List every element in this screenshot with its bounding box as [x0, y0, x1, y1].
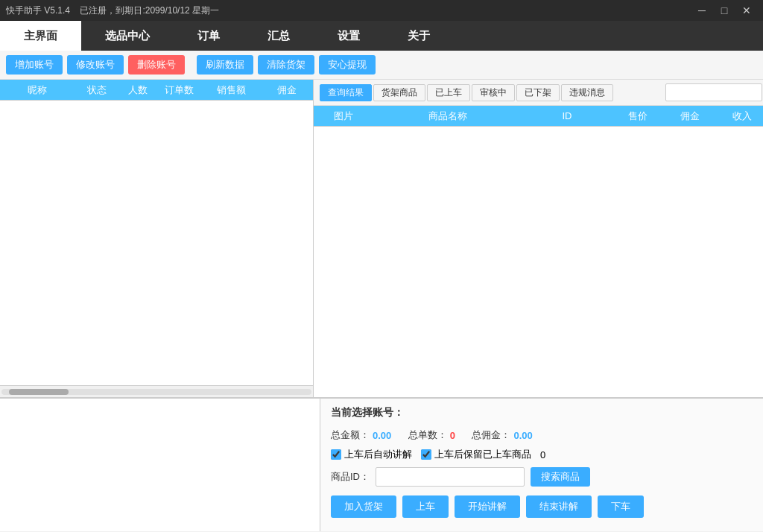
nav-order[interactable]: 订单: [174, 21, 244, 51]
app-title: 快手助手 V5.1.4 已注册，到期日:2099/10/12 星期一: [6, 4, 691, 17]
product-id-label: 商品ID：: [331, 470, 370, 484]
window-controls: ─ □ ✕: [691, 3, 757, 18]
tab-listed[interactable]: 已上车: [427, 84, 470, 101]
col-nickname: 昵称: [0, 83, 75, 97]
shelf-search-input[interactable]: [665, 83, 762, 101]
checkbox-keep-listed-input[interactable]: [421, 449, 431, 460]
add-to-cart-button[interactable]: 上车: [402, 495, 449, 518]
id-row: 商品ID： 搜索商品: [331, 467, 753, 487]
tab-query[interactable]: 查询结果: [320, 84, 372, 101]
section-title: 当前选择账号：: [331, 406, 753, 419]
total-commission-label: 总佣金：: [472, 428, 510, 442]
total-amount-value: 0.00: [373, 430, 391, 441]
checkbox-row: 上车后自动讲解 上车后保留已上车商品 0: [331, 448, 753, 461]
nav-settings[interactable]: 设置: [314, 21, 384, 51]
col-product-name: 商品名称: [373, 110, 522, 123]
end-explain-button[interactable]: 结束讲解: [526, 495, 592, 518]
total-amount-label: 总金额：: [331, 428, 370, 442]
search-product-button[interactable]: 搜索商品: [531, 467, 590, 487]
minimize-button[interactable]: ─: [691, 3, 712, 18]
toolbar: 增加账号 修改账号 删除账号 刷新数据 清除货架 安心提现: [0, 51, 763, 80]
checkbox-auto-explain-input[interactable]: [331, 449, 341, 460]
total-orders-label: 总单数：: [408, 428, 447, 442]
left-table-header: 昵称 状态 人数 订单数 销售额 佣金: [0, 80, 313, 101]
checkbox2-value: 0: [540, 449, 545, 460]
checkbox-keep-listed[interactable]: 上车后保留已上车商品: [421, 448, 531, 461]
scroll-track[interactable]: [1, 389, 311, 395]
col-comm: 佣金: [664, 110, 716, 123]
col-people: 人数: [119, 83, 156, 97]
add-to-shelf-button[interactable]: 加入货架: [331, 495, 396, 518]
col-price: 售价: [612, 110, 664, 123]
checkbox-auto-explain[interactable]: 上车后自动讲解: [331, 448, 412, 461]
col-id: ID: [522, 110, 612, 121]
license-info: 已注册，到期日:2099/10/12 星期一: [80, 5, 219, 16]
safe-withdraw-button[interactable]: 安心提现: [319, 55, 376, 75]
nav-bar: 主界面 选品中心 订单 汇总 设置 关于: [0, 21, 763, 51]
refresh-button[interactable]: 刷新数据: [197, 55, 253, 75]
tab-review[interactable]: 审核中: [472, 84, 515, 101]
col-commission: 佣金: [261, 83, 313, 97]
app-name: 快手助手 V5.1.4: [6, 5, 70, 16]
scroll-thumb[interactable]: [9, 389, 69, 395]
col-income: 收入: [716, 110, 763, 123]
edit-account-button[interactable]: 修改账号: [67, 55, 124, 75]
col-sales: 销售额: [201, 83, 261, 97]
bottom-area: 当前选择账号： 总金额： 0.00 总单数： 0 总佣金： 0.00 上车后自动…: [0, 397, 763, 531]
delete-account-button[interactable]: 删除账号: [128, 55, 185, 75]
nav-about[interactable]: 关于: [384, 21, 454, 51]
tab-shelf[interactable]: 货架商品: [373, 84, 425, 101]
nav-summary[interactable]: 汇总: [244, 21, 314, 51]
right-toolbar: 查询结果 货架商品 已上车 审核中 已下架 违规消息 货架搜索: [314, 80, 763, 106]
clear-cart-button[interactable]: 清除货架: [258, 55, 314, 75]
add-account-button[interactable]: 增加账号: [6, 55, 63, 75]
right-panel: 查询结果 货架商品 已上车 审核中 已下架 违规消息 货架搜索 图片 商品名称 …: [314, 80, 763, 397]
col-image: 图片: [314, 110, 373, 123]
maximize-button[interactable]: □: [714, 3, 735, 18]
left-table-body: [0, 101, 313, 385]
tab-violation[interactable]: 违规消息: [561, 84, 613, 101]
search-area: 货架搜索: [665, 83, 763, 102]
product-id-input[interactable]: [376, 467, 525, 487]
close-button[interactable]: ✕: [736, 3, 757, 18]
checkbox-auto-explain-label: 上车后自动讲解: [344, 448, 412, 461]
checkbox-keep-listed-label: 上车后保留已上车商品: [434, 448, 531, 461]
total-orders-value: 0: [450, 430, 455, 441]
nav-main[interactable]: 主界面: [0, 21, 81, 51]
left-panel: 昵称 状态 人数 订单数 销售额 佣金: [0, 80, 314, 397]
start-explain-button[interactable]: 开始讲解: [455, 495, 520, 518]
right-table-header: 图片 商品名称 ID 售价 佣金 收入 供应商: [314, 106, 763, 127]
right-table-body: [314, 127, 763, 397]
remove-cart-button[interactable]: 下车: [598, 495, 644, 518]
col-status: 状态: [75, 83, 119, 97]
action-row: 加入货架 上车 开始讲解 结束讲解 下车: [331, 495, 753, 518]
left-scrollbar[interactable]: [0, 385, 313, 397]
info-row-totals: 总金额： 0.00 总单数： 0 总佣金： 0.00: [331, 428, 753, 442]
nav-select[interactable]: 选品中心: [81, 21, 174, 51]
title-bar: 快手助手 V5.1.4 已注册，到期日:2099/10/12 星期一 ─ □ ✕: [0, 0, 763, 21]
bottom-left: [0, 399, 320, 531]
tab-delisted[interactable]: 已下架: [516, 84, 560, 101]
total-commission-value: 0.00: [513, 430, 532, 441]
col-orders: 订单数: [156, 83, 201, 97]
bottom-right: 当前选择账号： 总金额： 0.00 总单数： 0 总佣金： 0.00 上车后自动…: [320, 399, 763, 531]
